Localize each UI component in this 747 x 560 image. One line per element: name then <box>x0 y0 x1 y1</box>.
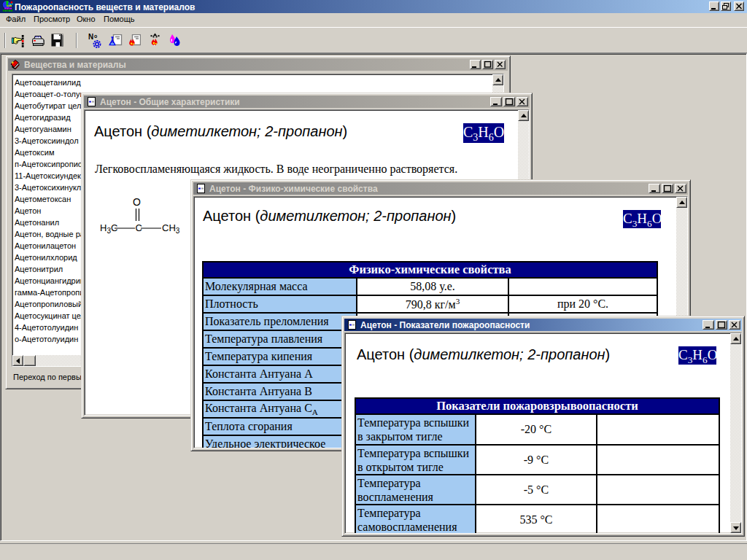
svg-text:o: o <box>94 34 97 39</box>
svg-text:H3C: H3C <box>100 222 117 235</box>
svg-text:C: C <box>136 222 142 233</box>
svg-text:CH3: CH3 <box>162 222 180 235</box>
svg-text:N: N <box>88 33 93 41</box>
svg-text:O: O <box>133 196 141 208</box>
